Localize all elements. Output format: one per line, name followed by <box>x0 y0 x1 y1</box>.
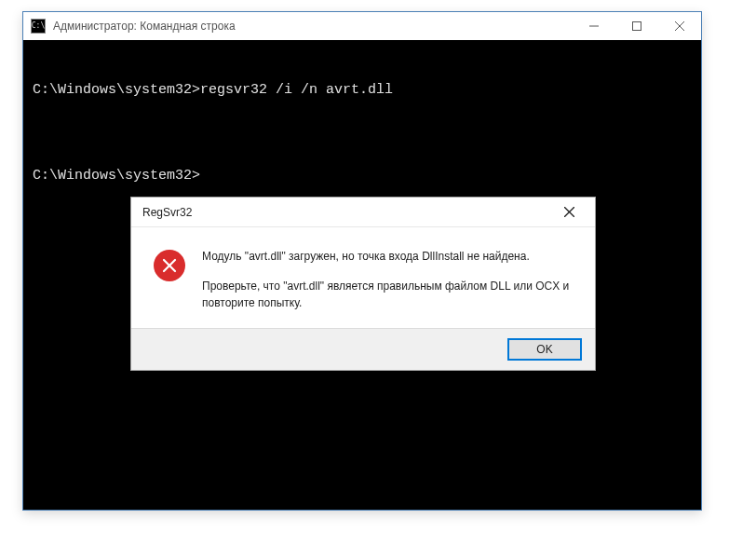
error-icon <box>154 250 185 281</box>
minimize-button[interactable] <box>573 12 615 40</box>
dialog-body: Модуль "avrt.dll" загружен, но точка вхо… <box>131 227 595 328</box>
svg-rect-1 <box>633 22 641 31</box>
dialog-message: Модуль "avrt.dll" загружен, но точка вхо… <box>202 248 573 311</box>
window-controls <box>573 12 701 40</box>
terminal-line: C:\Windows\system32> <box>33 165 692 187</box>
dialog-titlebar[interactable]: RegSvr32 <box>131 198 595 227</box>
cmd-icon: C:\ <box>31 19 46 34</box>
close-button[interactable] <box>658 12 701 40</box>
dialog-title: RegSvr32 <box>142 206 550 219</box>
ok-button[interactable]: OK <box>507 338 582 361</box>
cmd-title: Администратор: Командная строка <box>53 20 573 33</box>
dialog-footer: OK <box>131 328 595 370</box>
dialog-close-button[interactable] <box>550 199 587 225</box>
maximize-button[interactable] <box>615 12 658 40</box>
error-dialog: RegSvr32 Модуль "avrt.dll" загружен, но … <box>130 197 596 371</box>
dialog-message-1: Модуль "avrt.dll" загружен, но точка вхо… <box>202 248 573 265</box>
dialog-message-2: Проверьте, что "avrt.dll" является прави… <box>202 278 573 311</box>
terminal-line: C:\Windows\system32>regsvr32 /i /n avrt.… <box>33 79 692 102</box>
cmd-titlebar[interactable]: C:\ Администратор: Командная строка <box>23 12 701 40</box>
